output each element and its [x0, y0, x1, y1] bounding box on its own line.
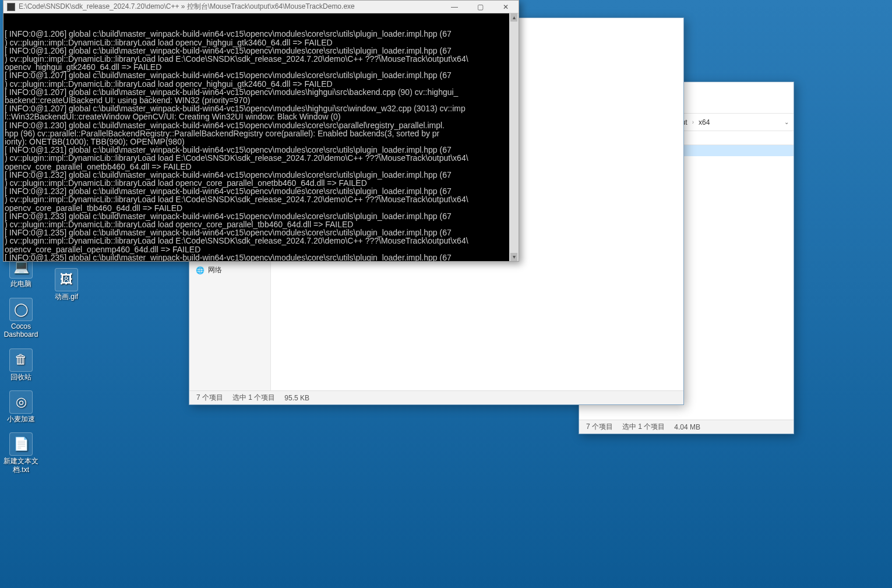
chevron-down-icon[interactable]: ⌄ — [784, 119, 789, 125]
status-selected: 选中 1 个项目 — [622, 422, 665, 432]
desktop-icon-label: 小麦加速 — [7, 415, 35, 423]
status-count: 7 个项目 — [586, 422, 613, 432]
desktop-icon-label: Cocos Dashboard — [0, 322, 42, 339]
sidebar-item-label: 网络 — [208, 265, 222, 275]
minimize-button[interactable]: — — [442, 1, 467, 13]
console-window[interactable]: E:\Code\SNSDK\sdk_release_2024.7.20\demo… — [3, 0, 519, 262]
scroll-down-icon[interactable]: ▾ — [510, 253, 517, 261]
window-controls: — ▢ ✕ — [442, 1, 519, 13]
desktop-icon[interactable]: 🗑回收站 — [0, 346, 42, 383]
sidebar-item-network[interactable]: 🌐 网络 — [189, 263, 270, 277]
chevron-right-icon: › — [692, 119, 694, 125]
desktop-icon-label: 动画.gif — [55, 293, 78, 301]
console-title-text: E:\Code\SNSDK\sdk_release_2024.7.20\demo… — [19, 2, 442, 12]
close-button[interactable]: ✕ — [493, 1, 519, 13]
status-count: 7 个项目 — [196, 393, 223, 403]
desktop-icon[interactable]: 🖼动画.gif — [45, 266, 87, 303]
desktop-icon-glyph: ◎ — [9, 390, 33, 414]
scroll-up-icon[interactable]: ▴ — [510, 13, 517, 22]
console-scrollbar[interactable]: ▴ ▾ — [509, 13, 519, 261]
console-icon — [7, 3, 15, 11]
desktop-icon-label: 回收站 — [10, 373, 31, 381]
explorer-right-status: 7 个项目 选中 1 个项目 4.04 MB — [579, 420, 794, 434]
desktop-icon-glyph: 🗑 — [9, 348, 33, 372]
desktop-icon[interactable]: ◎小麦加速 — [0, 388, 42, 425]
desktop-icon-label: 此电脑 — [10, 280, 31, 288]
explorer-left-status: 7 个项目 选中 1 个项目 95.5 KB — [189, 390, 683, 404]
desktop-icon[interactable]: ◯Cocos Dashboard — [0, 295, 42, 341]
desktop-icon-glyph: 🖼 — [55, 268, 78, 291]
network-icon: 🌐 — [195, 266, 205, 275]
breadcrumb-segment[interactable]: x64 — [696, 117, 712, 128]
status-selected: 选中 1 个项目 — [232, 393, 275, 403]
desktop-icon-label: 新建文本文档.txt — [0, 457, 42, 474]
console-output[interactable]: [ INFO:0@1.206] global c:\build\master_w… — [3, 13, 519, 261]
desktop-icon[interactable]: 📄新建文本文档.txt — [0, 430, 42, 476]
desktop-icon-glyph: 📄 — [9, 432, 33, 456]
console-text: [ INFO:0@1.206] global c:\build\master_w… — [5, 30, 517, 261]
console-titlebar[interactable]: E:\Code\SNSDK\sdk_release_2024.7.20\demo… — [3, 1, 519, 13]
status-size: 95.5 KB — [284, 394, 309, 402]
status-size: 4.04 MB — [674, 423, 700, 431]
desktop-icon-glyph: ◯ — [9, 298, 33, 321]
maximize-button[interactable]: ▢ — [467, 1, 493, 13]
